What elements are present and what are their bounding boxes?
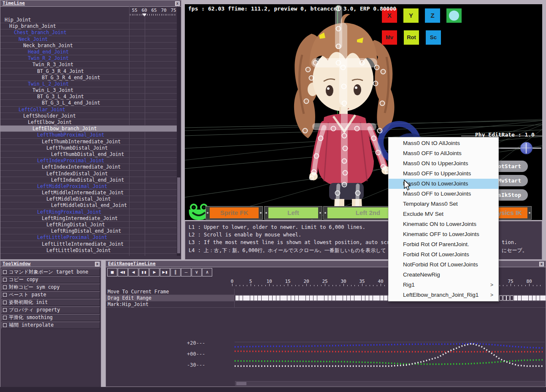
edit-rate-slider-knob[interactable] bbox=[520, 142, 532, 154]
tool-item-smoothing[interactable]: 平滑化 smoothing bbox=[1, 314, 100, 321]
keyframe-block-25[interactable] bbox=[328, 295, 332, 301]
left-button[interactable]: Left bbox=[268, 207, 318, 218]
tool-item-interpolate[interactable]: 補間 interpolate bbox=[1, 322, 100, 329]
joint-row-LeftCollar_Joint[interactable]: LeftCollar_Joint bbox=[0, 107, 177, 113]
menu-item-mass0-off-to-upperjoints[interactable]: Mass0 OFF to UpperJoints bbox=[389, 169, 498, 179]
keyframe-block-40[interactable] bbox=[384, 295, 387, 301]
play-button[interactable]: ▶ bbox=[149, 268, 159, 277]
joint-row-BT_G_3_L_4_end_Joint[interactable]: BT_G_3_L_4_end_Joint bbox=[0, 100, 177, 106]
range-bars-button[interactable]: ∥ bbox=[170, 268, 181, 277]
keyframe-block-39[interactable] bbox=[380, 295, 384, 301]
minus-button[interactable]: — bbox=[181, 268, 191, 277]
keyframe-block-32[interactable] bbox=[354, 295, 358, 301]
menu-item-exclude-mv-set[interactable]: Exclude MV Set bbox=[389, 209, 498, 219]
keyframe-block-81[interactable] bbox=[536, 295, 540, 301]
joint-row-Head_end_Joint[interactable]: Head_end_Joint bbox=[0, 49, 177, 55]
axis-y-button[interactable]: Y bbox=[403, 8, 419, 23]
joint-row-LeftShoulder_Joint[interactable]: LeftShoulder_Joint bbox=[0, 113, 177, 119]
checkbox-icon[interactable] bbox=[3, 293, 7, 297]
keyframe-block-80[interactable] bbox=[532, 295, 536, 301]
keyframe-block-13[interactable] bbox=[284, 295, 287, 301]
close-icon[interactable]: x bbox=[175, 1, 180, 6]
tool-item-init[interactable]: 姿勢初期化 init bbox=[1, 299, 100, 306]
checkbox-icon[interactable] bbox=[3, 316, 7, 320]
scrollbar-thumb[interactable] bbox=[236, 382, 246, 385]
pause-button[interactable]: ▮▮ bbox=[139, 268, 149, 277]
keyframe-block-14[interactable] bbox=[287, 295, 291, 301]
keyframe-block-34[interactable] bbox=[362, 295, 365, 301]
keyframe-block-3[interactable] bbox=[246, 295, 250, 301]
joint-row-LeftIndexDistal_end_Joint[interactable]: LeftIndexDistal_end_Joint bbox=[0, 177, 177, 183]
axis-z-button[interactable]: Z bbox=[425, 8, 440, 23]
keyframe-block-83[interactable] bbox=[543, 295, 546, 301]
menu-item-tempolary-mass0-set[interactable]: Tempolary Mass0 Set bbox=[389, 199, 498, 209]
mode-mv-button[interactable]: Mv bbox=[382, 30, 397, 45]
keyframe-block-15[interactable] bbox=[291, 295, 295, 301]
keyframe-block-0[interactable] bbox=[235, 295, 239, 301]
checkbox-icon[interactable] bbox=[3, 323, 7, 327]
keyframe-block-1[interactable] bbox=[239, 295, 243, 301]
joint-row-Twin_L_3_Joint[interactable]: Twin_L_3_Joint bbox=[0, 87, 177, 94]
menu-item-notforbid-rot-of-lowerjoints[interactable]: NotForbid Rot Of LowerJoints bbox=[389, 260, 498, 270]
joint-row-LeftLittleIntermediate_Joint[interactable]: LeftLittleIntermediate_Joint bbox=[0, 241, 177, 247]
keyframe-block-37[interactable] bbox=[373, 295, 376, 301]
joint-row-Neck_branch_Joint[interactable]: Neck_branch_Joint bbox=[0, 43, 177, 49]
joint-row-BT_G_3_R_4_end_Joint[interactable]: BT_G_3_R_4_end_Joint bbox=[0, 75, 177, 81]
joint-row-LeftElbow_branch_Joint[interactable]: LeftElbow_branch_Joint bbox=[0, 126, 177, 132]
joint-row-LeftThumbProximal_Joint[interactable]: LeftThumbProximal_Joint bbox=[0, 132, 177, 138]
keyframe-block-18[interactable] bbox=[302, 295, 305, 301]
joint-row-Chest_branch_Joint[interactable]: Chest_branch_Joint bbox=[0, 30, 177, 36]
joint-row-LeftThumbDistal_Joint[interactable]: LeftThumbDistal_Joint bbox=[0, 145, 177, 151]
joint-row-LeftMiddleProximal_Joint[interactable]: LeftMiddleProximal_Joint bbox=[0, 183, 177, 190]
menu-item-leftelbow-branch-joint-rig1[interactable]: LeftElbow_branch_Joint_Rig1> bbox=[389, 290, 498, 300]
joint-row-BT_G_3_L_4_Joint[interactable]: BT_G_3_L_4_Joint bbox=[0, 94, 177, 100]
joint-row-LeftRingDistal_Joint[interactable]: LeftRingDistal_Joint bbox=[0, 222, 177, 228]
menu-item-mass0-on-to-upperjoints[interactable]: Mass0 ON to UpperJoints bbox=[389, 158, 498, 169]
keyframe-block-12[interactable] bbox=[280, 295, 284, 301]
keyframe-block-78[interactable] bbox=[525, 295, 528, 301]
joint-row-LeftElbow_Joint[interactable]: LeftElbow_Joint bbox=[0, 119, 177, 126]
mode-sc-button[interactable]: Sc bbox=[426, 30, 441, 45]
joint-row-LeftThumbDistal_end_Joint[interactable]: LeftThumbDistal_end_Joint bbox=[0, 151, 177, 158]
timeline-vertical-scrollbar[interactable] bbox=[177, 7, 181, 256]
joint-row-Neck_Joint[interactable]: Neck_Joint bbox=[0, 36, 177, 43]
menu-item-kinematic-off-to-lowerjoints[interactable]: Kinematic OFF to LowerJoints bbox=[389, 229, 498, 239]
checkbox-icon[interactable] bbox=[3, 278, 7, 282]
keyframe-block-27[interactable] bbox=[336, 295, 339, 301]
menu-item-forbid-rot-of-lowerjoints[interactable]: Forbid Rot Of LowerJoints bbox=[389, 250, 498, 260]
keyframe-block-35[interactable] bbox=[365, 295, 369, 301]
keyframe-block-29[interactable] bbox=[343, 295, 346, 301]
keyframe-block-9[interactable] bbox=[269, 295, 272, 301]
keyframe-block-10[interactable] bbox=[273, 295, 276, 301]
keyframe-block-76[interactable] bbox=[518, 295, 521, 301]
keyframe-block-23[interactable] bbox=[321, 295, 324, 301]
stop-button[interactable]: ■ bbox=[107, 268, 117, 277]
menu-item-mass0-off-to-alljoints[interactable]: Mass0 OFF to AllJoints bbox=[389, 148, 498, 158]
checkbox-icon[interactable] bbox=[3, 301, 7, 304]
close-icon[interactable]: x bbox=[95, 262, 100, 266]
keyframe-block-31[interactable] bbox=[351, 295, 354, 301]
keyframe-block-22[interactable] bbox=[317, 295, 321, 301]
joint-row-LeftMiddleIntermediate_Joint[interactable]: LeftMiddleIntermediate_Joint bbox=[0, 190, 177, 196]
joint-row-Twin_R_3_Joint[interactable]: Twin_R_3_Joint bbox=[0, 62, 177, 68]
keyframe-block-2[interactable] bbox=[243, 295, 246, 301]
keyframe-block-21[interactable] bbox=[314, 295, 317, 301]
joint-row-Hip_branch_Joint[interactable]: Hip_branch_Joint bbox=[0, 23, 177, 30]
keyframe-block-7[interactable] bbox=[262, 295, 265, 301]
tool-item-copy[interactable]: 対称コピー sym copy bbox=[1, 284, 100, 291]
keyframe-block-17[interactable] bbox=[299, 295, 302, 301]
menu-item-mass0-on-to-alljoints[interactable]: Mass0 ON tO AllJoints bbox=[389, 138, 498, 148]
joint-row-BT_G_3_R_4_Joint[interactable]: BT_G_3_R_4_Joint bbox=[0, 68, 177, 75]
keyframe-block-26[interactable] bbox=[332, 295, 335, 301]
sprite-fk-button[interactable]: Sprite FK bbox=[210, 207, 259, 218]
down-button[interactable]: ∨ bbox=[192, 268, 202, 277]
keyframe-block-30[interactable] bbox=[347, 295, 350, 301]
row-label-move-to-current-frame[interactable]: Move To Current Frame bbox=[106, 289, 235, 295]
joint-row-Hip_Joint[interactable]: Hip_Joint bbox=[0, 17, 177, 23]
menu-item-kinematic-on-to-lowerjoints[interactable]: Kinematic ON to LowerJoints bbox=[389, 219, 498, 229]
checkbox-icon[interactable] bbox=[3, 308, 7, 312]
joint-row-LeftLittleProximal_Joint[interactable]: LeftLittleProximal_Joint bbox=[0, 234, 177, 241]
row-label-drag-edit-range[interactable]: Drag Edit Range bbox=[106, 295, 235, 301]
keyframe-block-72[interactable] bbox=[503, 295, 506, 301]
keyframe-block-33[interactable] bbox=[358, 295, 361, 301]
